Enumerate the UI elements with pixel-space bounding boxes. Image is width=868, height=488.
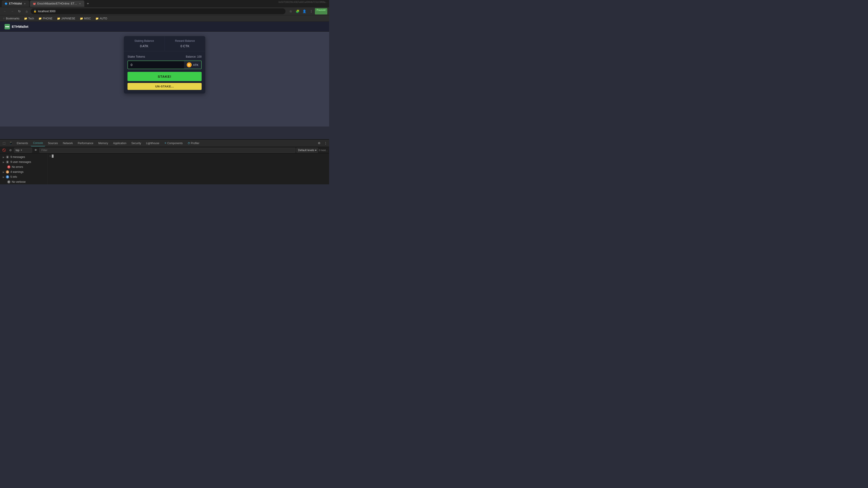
stake-header: Stake Tokens Balance: 100: [127, 55, 202, 58]
filter-icon: ⊘: [9, 149, 12, 152]
messages-icon: ●: [6, 156, 9, 159]
home-btn[interactable]: ⌂: [24, 8, 30, 14]
expand-messages-icon: ▶: [3, 156, 4, 158]
devtools-tab-sources[interactable]: Sources: [46, 140, 60, 147]
expand-info-icon: ▶: [3, 176, 4, 178]
devtools-tab-elements[interactable]: Elements: [14, 140, 30, 147]
devtools-tab-components[interactable]: ⚛ Components: [162, 140, 185, 147]
hidden-count-label: 0 hidd...: [319, 149, 328, 152]
stake-tokens-label: Stake Tokens: [127, 55, 145, 58]
devtools-device-btn[interactable]: 📱: [8, 140, 14, 147]
devtools-tab-profiler-label: Profiler: [191, 142, 199, 145]
devtools-tab-sources-label: Sources: [48, 142, 58, 145]
bookmark-japanese-label: JAPANESE: [61, 17, 75, 20]
devtools-tab-profiler[interactable]: ⏱ Profiler: [185, 140, 202, 147]
stake-input-row: ₿ ATK: [127, 61, 202, 69]
bookmark-misc[interactable]: 📁 MISC: [79, 17, 92, 21]
unstake-button-label: UN-STAKE...: [155, 85, 174, 88]
level-select[interactable]: Default levels ▾: [296, 148, 318, 153]
context-selector[interactable]: top ▼: [14, 148, 32, 153]
reward-balance-value: 0 CTK: [169, 44, 201, 48]
paused-badge: Paused: [315, 8, 327, 14]
bookmark-auto-label: AUTO: [100, 17, 107, 20]
filter-verbose-label: No verbose: [12, 180, 26, 184]
devtools-tabs: ⬚ 📱 Elements Console Sources Network Per…: [0, 140, 329, 147]
extension-btn[interactable]: 🧩: [294, 8, 301, 14]
filter-errors[interactable]: ✕ No errors: [0, 164, 47, 169]
devtools-panel: ⬚ 📱 Elements Console Sources Network Per…: [0, 139, 329, 184]
home-icon: ⌂: [26, 9, 28, 13]
bookmark-japanese[interactable]: 📁 JAPANESE: [56, 17, 76, 21]
reload-btn[interactable]: ↻: [16, 8, 23, 14]
filter-user-messages[interactable]: ▶ ● 9 user messages: [0, 160, 47, 164]
tab-2-close-btn[interactable]: ×: [79, 2, 82, 5]
devtools-more-btn[interactable]: ⋮: [323, 140, 328, 146]
user-messages-icon: ●: [6, 160, 9, 164]
console-main: >: [48, 154, 329, 184]
clear-console-btn[interactable]: 🚫: [1, 148, 7, 153]
expand-user-messages-icon: ▶: [3, 161, 4, 163]
filter-toggle-btn[interactable]: ⊘: [8, 148, 13, 153]
bookmark-bookmarks[interactable]: ☆ Bookmarks: [2, 17, 20, 21]
bookmark-btn[interactable]: ☆: [288, 8, 294, 14]
bookmark-auto[interactable]: 📁 AUTO: [94, 17, 108, 21]
devtools-tab-memory[interactable]: Memory: [96, 140, 110, 147]
bookmark-phone-label: PHONE: [43, 17, 53, 20]
address-bar[interactable]: 🔒 localhost:3000: [31, 8, 285, 14]
filter-messages[interactable]: ▶ ● 9 messages: [0, 155, 47, 160]
devtools-tab-application[interactable]: Application: [111, 140, 129, 147]
hidden-count: 0 hidd...: [319, 149, 328, 152]
devtools-tab-network[interactable]: Network: [61, 140, 75, 147]
unstake-button[interactable]: UN-STAKE...: [127, 83, 202, 90]
bookmark-auto-icon: 📁: [95, 17, 99, 20]
hash-text: 0e507D80290c43EFa66Ca49f44b7C51C8f08a...: [278, 1, 327, 3]
bookmark-star-icon: ☆: [3, 17, 5, 20]
filter-warnings[interactable]: ▶ ⚠ 4 warnings: [0, 169, 47, 174]
stake-button[interactable]: STAKE!: [127, 72, 202, 81]
app-logo: ■■■ ETHWallet: [4, 24, 29, 29]
devtools-inspect-btn[interactable]: ⬚: [1, 140, 7, 147]
balance-section: Staking Balance 0 ATK Reward Balance 0 C…: [124, 36, 205, 51]
bookmark-phone[interactable]: 📁 PHONE: [37, 17, 53, 21]
bookmarks-bar: ☆ Bookmarks 📁 Tech 📁 PHONE 📁 JAPANESE 📁 …: [0, 15, 329, 22]
back-btn[interactable]: ←: [2, 8, 8, 14]
filter-errors-label: No errors: [12, 165, 23, 168]
filter-verbose[interactable]: ● No verbose: [0, 180, 47, 184]
forward-btn[interactable]: →: [9, 8, 16, 14]
console-eye-btn[interactable]: 👁: [33, 148, 38, 153]
devtools-tab-console[interactable]: Console: [31, 140, 45, 147]
verbose-icon: ●: [7, 180, 10, 184]
devtools-tab-performance-label: Performance: [78, 142, 93, 145]
stake-button-label: STAKE!: [158, 74, 172, 78]
devtools-settings-btn[interactable]: ⚙: [316, 140, 322, 146]
profiler-icon: ⏱: [188, 142, 190, 144]
stake-input[interactable]: [128, 61, 184, 69]
stake-section: Stake Tokens Balance: 100 ₿ ATK STAKE!: [124, 51, 205, 94]
console-content: ▶ ● 9 messages ▶ ● 9 user messages ✕ No …: [0, 154, 329, 184]
devtools-tab-lighthouse[interactable]: Lighthouse: [144, 140, 162, 147]
console-sidebar: ▶ ● 9 messages ▶ ● 9 user messages ✕ No …: [0, 154, 48, 184]
profile-btn[interactable]: 👤: [301, 8, 308, 14]
wallet-card: Staking Balance 0 ATK Reward Balance 0 C…: [124, 36, 205, 94]
bookmark-misc-icon: 📁: [80, 17, 83, 20]
forward-icon: →: [11, 9, 14, 13]
devtools-tab-security[interactable]: Security: [129, 140, 143, 147]
browser-tab-2[interactable]: 🐙 EnochMbaebie/ETHOnline: ET… ×: [30, 0, 84, 7]
context-label: top: [16, 149, 20, 152]
browser-tab-active[interactable]: 🔷 ETHWallet ×: [2, 0, 29, 7]
token-icon: ₿: [187, 62, 192, 67]
bookmark-tech[interactable]: 📁 Tech: [23, 17, 35, 21]
back-icon: ←: [3, 9, 6, 13]
menu-btn[interactable]: ⋮: [308, 8, 314, 14]
prompt-arrow: >: [49, 155, 51, 158]
devtools-tab-performance[interactable]: Performance: [75, 140, 96, 147]
tab-close-btn[interactable]: ×: [23, 2, 26, 5]
browser-window: 🔷 ETHWallet × 🐙 EnochMbaebie/ETHOnline: …: [0, 0, 329, 184]
extension-icon: 🧩: [296, 9, 300, 13]
bookmark-icon: ☆: [289, 9, 292, 13]
hash-display: 0e507D80290c43EFa66Ca49f44b7C51C8f08a...: [278, 1, 329, 3]
filter-info[interactable]: ▶ ℹ 5 info: [0, 174, 47, 180]
lock-icon: 🔒: [33, 10, 37, 13]
console-filter-input[interactable]: [39, 148, 296, 153]
new-tab-btn[interactable]: +: [85, 1, 91, 6]
